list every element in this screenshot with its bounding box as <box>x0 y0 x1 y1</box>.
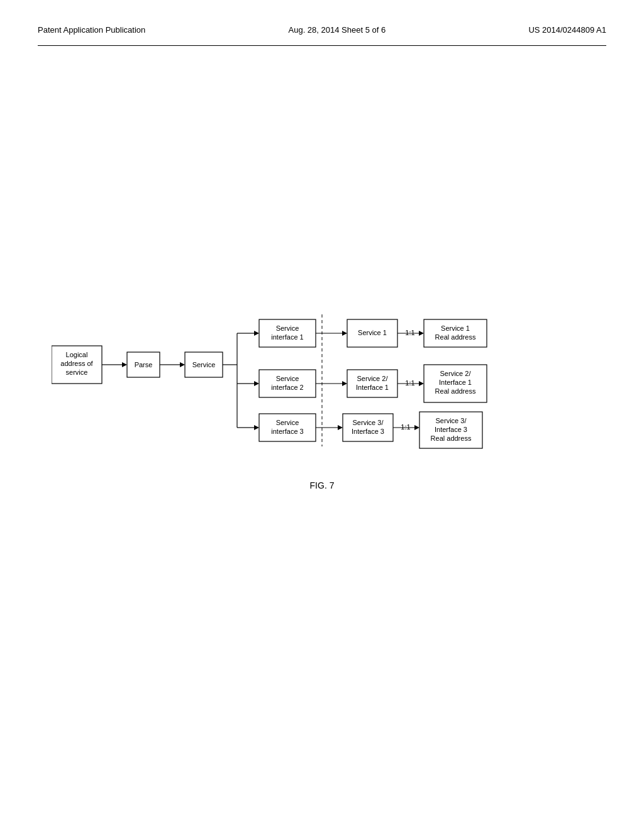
svg-text:Service: Service <box>276 375 299 382</box>
diagram-area: Logical address of service Parse Service <box>38 289 606 490</box>
svg-marker-15 <box>254 331 259 336</box>
svg-text:Interface 1: Interface 1 <box>356 384 389 391</box>
header-left: Patent Application Publication <box>38 25 145 35</box>
svg-marker-49 <box>419 381 424 386</box>
header-center: Aug. 28, 2014 Sheet 5 of 6 <box>289 25 386 35</box>
svg-marker-52 <box>414 425 419 430</box>
svg-text:Real address: Real address <box>435 333 476 341</box>
svg-marker-31 <box>342 331 347 336</box>
svg-text:Service: Service <box>276 324 299 332</box>
svg-text:Service 3/: Service 3/ <box>353 419 384 426</box>
svg-text:Interface 3: Interface 3 <box>352 428 384 435</box>
svg-text:service: service <box>66 368 88 376</box>
svg-text:Interface 1: Interface 1 <box>439 379 472 386</box>
svg-text:1:1: 1:1 <box>401 423 410 431</box>
svg-text:interface 1: interface 1 <box>271 333 303 341</box>
svg-text:Service 2/: Service 2/ <box>440 370 472 377</box>
svg-text:Service 1: Service 1 <box>358 329 387 336</box>
svg-text:address of: address of <box>60 360 93 367</box>
figure-caption: FIG. 7 <box>38 480 606 490</box>
svg-text:Service: Service <box>192 361 216 368</box>
svg-text:Parse: Parse <box>135 361 153 368</box>
diagram-svg: Logical address of service Parse Service <box>52 289 592 465</box>
svg-text:Real address: Real address <box>435 387 476 395</box>
svg-text:1:1: 1:1 <box>405 379 414 387</box>
svg-text:Service 1: Service 1 <box>441 324 470 332</box>
svg-text:Service 3/: Service 3/ <box>436 417 467 424</box>
svg-text:Logical: Logical <box>66 351 88 358</box>
svg-text:1:1: 1:1 <box>405 329 414 336</box>
svg-marker-35 <box>338 425 343 430</box>
svg-text:interface 3: interface 3 <box>271 428 303 435</box>
svg-text:Service: Service <box>276 419 299 426</box>
svg-text:Real address: Real address <box>431 434 472 442</box>
svg-text:interface 2: interface 2 <box>271 384 303 391</box>
svg-marker-5 <box>122 362 127 367</box>
svg-marker-17 <box>254 381 259 386</box>
svg-marker-33 <box>342 381 347 386</box>
header-divider <box>38 45 606 46</box>
svg-text:Service 2/: Service 2/ <box>357 375 389 382</box>
header-right: US 2014/0244809 A1 <box>528 25 606 35</box>
svg-marker-46 <box>419 331 424 336</box>
svg-marker-9 <box>180 362 185 367</box>
svg-marker-19 <box>254 425 259 430</box>
page-header: Patent Application Publication Aug. 28, … <box>38 25 606 35</box>
svg-text:Interface 3: Interface 3 <box>435 426 467 433</box>
